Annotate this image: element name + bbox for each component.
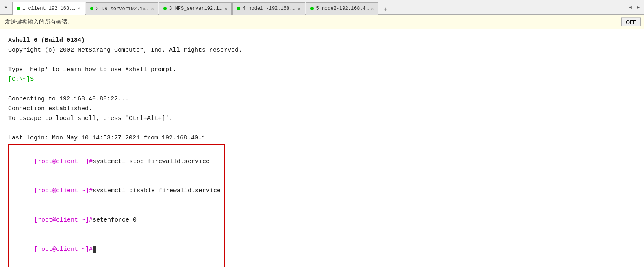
cmd-line-1: [root@client ~]#systemctl stop firewalld… (12, 147, 221, 176)
term-line-2: Copyright (c) 2002 NetSarang Computer, I… (8, 46, 636, 55)
tabs-container: 1 client 192.168.40.88 ✕ 2 DR-server192.… (12, 0, 626, 15)
term-line-11: Last login: Mon May 10 14:53:27 2021 fro… (8, 133, 636, 143)
tab-2-dot (90, 7, 93, 10)
cmd3-text: setenforce 0 (93, 217, 137, 224)
cmd-line-2: [root@client ~]#systemctl disable firewa… (12, 176, 221, 206)
tab-1-close[interactable]: ✕ (78, 6, 80, 11)
tab-2-label: 2 DR-server192.168.40.80，12... (96, 5, 149, 12)
tab-3[interactable]: 3 NFS_server192.168.40.50 ✕ (159, 2, 232, 15)
term-line-8: Connection established. (8, 104, 636, 114)
tab-1[interactable]: 1 client 192.168.40.88 ✕ (12, 2, 85, 15)
cmd-line-3: [root@client ~]#setenforce 0 (12, 206, 221, 235)
cmd1-prompt: [root@client ~]# (34, 158, 93, 165)
cmd3-prompt: [root@client ~]# (34, 217, 93, 224)
tab-2-close[interactable]: ✕ (151, 6, 154, 11)
tab-4-label: 4 node1 -192.168.40.60 (243, 6, 295, 11)
cmd4-prompt: [root@client ~]# (34, 246, 93, 253)
tab-4-close[interactable]: ✕ (298, 6, 301, 11)
term-line-5: [C:\~]$ (8, 75, 636, 85)
term-line-3 (8, 55, 636, 65)
close-button[interactable]: ✕ (0, 0, 12, 15)
tab-5-close[interactable]: ✕ (371, 6, 374, 11)
term-line-7: Connecting to 192.168.40.88:22... (8, 94, 636, 104)
broadcast-text: 发送键盘输入的所有会话。 (5, 18, 639, 26)
terminal-area[interactable]: Xshell 6 (Build 0184) Copyright (c) 2002… (0, 29, 644, 276)
term-line-9: To escape to local shell, press 'Ctrl+Al… (8, 114, 636, 124)
tab-4[interactable]: 4 node1 -192.168.40.60 ✕ (232, 2, 305, 15)
tab-5-label: 5 node2-192.168.40.61 (316, 6, 369, 11)
tab-3-dot (163, 7, 167, 10)
tab-4-dot (237, 7, 240, 10)
cmd2-prompt: [root@client ~]# (34, 187, 93, 194)
title-bar: ✕ 1 client 192.168.40.88 ✕ 2 DR-server19… (0, 0, 644, 15)
term-line-4: Type `help' to learn how to use Xshell p… (8, 65, 636, 75)
command-highlight-box: [root@client ~]#systemctl stop firewalld… (8, 144, 225, 267)
cmd1-text: systemctl stop firewalld.service (93, 158, 210, 165)
term-line-1: Xshell 6 (Build 0184) (8, 36, 636, 46)
term-line-10 (8, 124, 636, 133)
new-tab-button[interactable]: + (381, 5, 390, 15)
nav-right-arrow[interactable]: ▶ (634, 3, 642, 11)
broadcast-off-button[interactable]: OFF (621, 17, 641, 26)
cmd-line-4: [root@client ~]# (12, 235, 221, 264)
tab-3-label: 3 NFS_server192.168.40.50 (169, 6, 222, 11)
nav-arrows: ◀ ▶ (626, 3, 642, 11)
cmd2-text: systemctl disable firewalld.service (93, 187, 221, 194)
tab-1-label: 1 client 192.168.40.88 (22, 6, 75, 11)
tab-1-dot (17, 7, 20, 10)
tab-2[interactable]: 2 DR-server192.168.40.80，12... ✕ (86, 2, 158, 15)
tab-3-close[interactable]: ✕ (224, 6, 227, 11)
broadcast-bar: 发送键盘输入的所有会话。 OFF (0, 15, 644, 29)
term-line-6 (8, 85, 636, 94)
cursor (93, 246, 96, 253)
tab-5-dot (310, 7, 314, 10)
nav-left-arrow[interactable]: ◀ (626, 3, 634, 11)
tab-5[interactable]: 5 node2-192.168.40.61 ✕ (306, 2, 379, 15)
